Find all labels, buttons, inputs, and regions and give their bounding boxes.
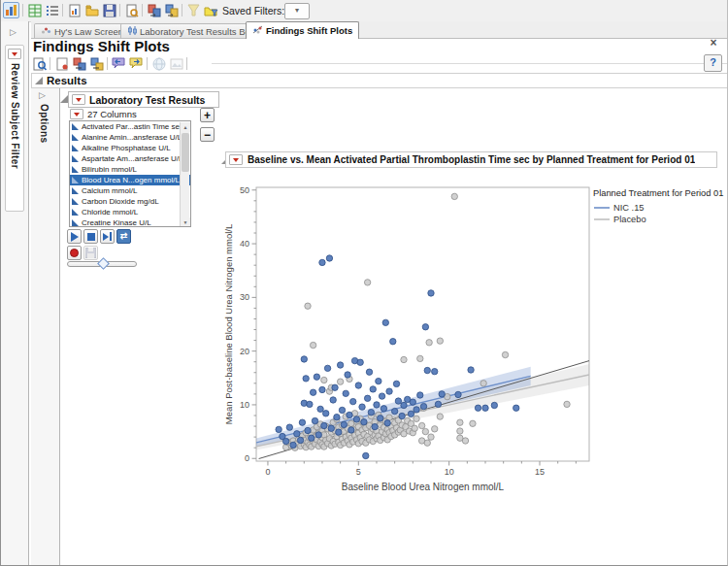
data-point[interactable] bbox=[330, 397, 336, 403]
data-point[interactable] bbox=[353, 416, 359, 422]
scroll-down-icon[interactable]: ▼ bbox=[181, 217, 190, 227]
data-point[interactable] bbox=[502, 351, 508, 357]
data-point[interactable] bbox=[347, 412, 352, 417]
swap-blue-icon[interactable] bbox=[88, 55, 105, 72]
help-button[interactable]: ? bbox=[704, 54, 722, 72]
scroll-up-icon[interactable]: ▲ bbox=[181, 122, 190, 132]
list-item[interactable]: Alanine Amin...ansferase U/L bbox=[70, 132, 190, 143]
data-point[interactable] bbox=[322, 411, 328, 416]
data-point[interactable] bbox=[355, 383, 361, 388]
plot-frame[interactable] bbox=[256, 187, 589, 461]
data-point[interactable] bbox=[414, 416, 419, 421]
paste-report-icon[interactable] bbox=[163, 2, 180, 18]
options-label[interactable]: Options bbox=[39, 104, 50, 144]
data-point[interactable] bbox=[424, 367, 430, 373]
list-item[interactable]: Bilirubin mmol/L bbox=[70, 164, 190, 175]
list-item[interactable]: Carbon Dioxide mg/dL bbox=[70, 196, 190, 207]
shift-plot[interactable]: 05101501020304050Baseline Blood Urea Nit… bbox=[222, 168, 728, 503]
legend-label[interactable]: NIC .15 bbox=[613, 203, 645, 213]
data-point[interactable] bbox=[299, 419, 305, 425]
preview-report-icon[interactable] bbox=[123, 2, 140, 18]
data-point[interactable] bbox=[337, 379, 343, 384]
data-point[interactable] bbox=[390, 338, 396, 344]
data-point[interactable] bbox=[401, 356, 407, 362]
data-point[interactable] bbox=[357, 359, 363, 365]
slider-thumb[interactable] bbox=[97, 257, 110, 270]
data-point[interactable] bbox=[422, 428, 428, 434]
data-point[interactable] bbox=[381, 406, 386, 412]
data-point[interactable] bbox=[391, 408, 397, 414]
outline-collapse-icon[interactable] bbox=[60, 95, 68, 103]
data-point[interactable] bbox=[414, 407, 419, 413]
data-point[interactable] bbox=[328, 425, 334, 431]
data-point[interactable] bbox=[451, 193, 457, 199]
data-point[interactable] bbox=[361, 418, 367, 424]
data-point[interactable] bbox=[341, 421, 347, 427]
callout-back-icon[interactable] bbox=[111, 55, 127, 72]
data-point[interactable] bbox=[417, 392, 423, 398]
data-point[interactable] bbox=[314, 374, 319, 380]
data-point[interactable] bbox=[305, 427, 311, 433]
chart-outline-header[interactable]: Baseline vs. Mean Activated Partial Thro… bbox=[225, 151, 717, 168]
data-point[interactable] bbox=[307, 401, 313, 407]
record-button[interactable] bbox=[67, 246, 82, 260]
data-point[interactable] bbox=[337, 362, 343, 368]
list-item[interactable]: Creatine Kinase U/L bbox=[70, 217, 190, 227]
data-point[interactable] bbox=[321, 377, 327, 383]
data-point[interactable] bbox=[408, 411, 414, 416]
open-folder-icon[interactable] bbox=[83, 2, 100, 18]
lab-panel-header[interactable]: Laboratory Test Results bbox=[68, 91, 219, 108]
save-icon[interactable] bbox=[101, 2, 117, 18]
data-point[interactable] bbox=[428, 290, 434, 296]
data-point[interactable] bbox=[564, 401, 570, 407]
data-point[interactable] bbox=[513, 405, 519, 411]
data-point[interactable] bbox=[297, 437, 303, 443]
data-point[interactable] bbox=[372, 423, 378, 429]
data-point[interactable] bbox=[290, 442, 296, 448]
data-point[interactable] bbox=[462, 438, 468, 444]
list-item[interactable]: Alkaline Phosphatase U/L bbox=[70, 143, 190, 153]
filter-icon[interactable] bbox=[185, 2, 202, 18]
data-point[interactable] bbox=[305, 303, 311, 309]
data-point[interactable] bbox=[437, 338, 443, 344]
data-point[interactable] bbox=[336, 429, 342, 435]
data-point[interactable] bbox=[294, 431, 300, 437]
saved-filter-folder-icon[interactable] bbox=[203, 2, 219, 18]
data-point[interactable] bbox=[475, 405, 480, 411]
data-point[interactable] bbox=[457, 428, 463, 434]
data-point[interactable] bbox=[418, 422, 424, 428]
data-point[interactable] bbox=[332, 384, 338, 390]
data-point[interactable] bbox=[321, 422, 327, 428]
red-triangle-menu-icon[interactable] bbox=[8, 49, 21, 59]
list-item[interactable]: Aspartate Am...ansferase U/L bbox=[70, 153, 190, 164]
data-point[interactable] bbox=[334, 414, 340, 419]
data-point[interactable] bbox=[412, 425, 417, 431]
list-item[interactable]: Chloride mmol/L bbox=[70, 207, 190, 217]
data-point[interactable] bbox=[339, 407, 345, 413]
expand-arrow-icon[interactable]: ▷ bbox=[10, 28, 17, 37]
data-point[interactable] bbox=[286, 424, 292, 430]
outline-collapse-icon[interactable] bbox=[35, 77, 43, 84]
red-triangle-menu-icon[interactable] bbox=[70, 109, 83, 119]
data-point[interactable] bbox=[378, 416, 383, 421]
data-point[interactable] bbox=[363, 452, 369, 458]
data-point[interactable] bbox=[309, 435, 314, 441]
data-point[interactable] bbox=[366, 369, 372, 375]
list-scrollbar[interactable]: ▲ ▼ bbox=[180, 122, 189, 227]
data-point[interactable] bbox=[364, 280, 370, 285]
data-point[interactable] bbox=[480, 381, 486, 386]
callout-forward-icon[interactable] bbox=[128, 55, 145, 72]
data-point[interactable] bbox=[376, 378, 381, 383]
data-point[interactable] bbox=[482, 405, 488, 411]
review-subject-filter-panel[interactable]: Review Subject Filter bbox=[5, 45, 24, 212]
data-point[interactable] bbox=[319, 259, 325, 265]
results-outline-header[interactable]: Results bbox=[31, 73, 728, 88]
data-point[interactable] bbox=[310, 389, 315, 395]
data-point[interactable] bbox=[435, 401, 441, 407]
data-point[interactable] bbox=[432, 426, 438, 432]
data-point[interactable] bbox=[370, 386, 376, 392]
globe-icon[interactable] bbox=[150, 55, 167, 72]
data-point[interactable] bbox=[317, 406, 323, 412]
data-point[interactable] bbox=[315, 432, 321, 438]
save-recording-button[interactable] bbox=[83, 246, 98, 260]
